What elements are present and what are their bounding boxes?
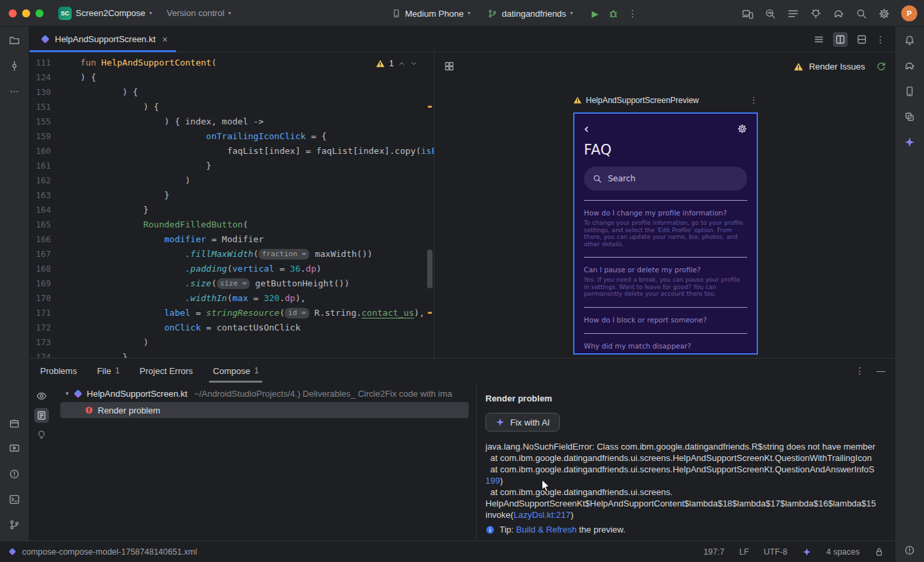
- faq-search-bar[interactable]: Search: [584, 167, 747, 191]
- preview-layout-icon[interactable]: [444, 61, 455, 72]
- macos-minimize-button[interactable]: [22, 9, 30, 17]
- panel-options-icon[interactable]: ⋮: [855, 365, 864, 376]
- code-view-icon[interactable]: [812, 32, 826, 47]
- user-avatar[interactable]: P: [901, 5, 917, 21]
- layout-inspector-icon[interactable]: [901, 107, 919, 126]
- inspections-widget[interactable]: 1: [376, 59, 418, 68]
- code-line[interactable]: 159 onTrailingIconClick = {: [29, 129, 434, 144]
- quick-fix-bulb-icon[interactable]: [34, 428, 49, 442]
- problems-tool-icon[interactable]: [5, 464, 24, 483]
- stack-link[interactable]: LazyDsl.kt:217: [514, 510, 570, 520]
- code-line[interactable]: 174 }: [29, 350, 434, 358]
- render-issues-widget[interactable]: Render Issues: [793, 61, 887, 72]
- code-line[interactable]: 165 RoundedFilledButton(: [29, 217, 434, 232]
- faq-question[interactable]: How do I block or report someone?: [584, 316, 747, 324]
- device-selector[interactable]: Medium Phone ▾: [392, 9, 470, 19]
- code-line[interactable]: 166 modifier = Modifier: [29, 232, 434, 247]
- more-tools-icon[interactable]: ⋯: [5, 82, 24, 100]
- device-manager-icon[interactable]: [901, 82, 919, 100]
- problems-tab-compose[interactable]: Compose1: [213, 359, 258, 383]
- preview-options-icon[interactable]: ⋮: [749, 95, 758, 105]
- gradle-tool-icon[interactable]: [901, 56, 919, 75]
- build-refresh-link[interactable]: Build & Refresh: [516, 525, 576, 535]
- prev-issue-icon[interactable]: [398, 60, 406, 68]
- app-quality-insights-icon[interactable]: [810, 8, 822, 19]
- device-mirror-icon[interactable]: [742, 8, 753, 19]
- code-line[interactable]: 172 onClick = contactUsOnClick: [29, 320, 434, 335]
- design-view-icon[interactable]: [854, 32, 869, 47]
- code-line[interactable]: 173 ): [29, 335, 434, 350]
- tree-file-row[interactable]: ▾ HelpAndSupportScreen.kt ~/AndroidStudi…: [54, 385, 475, 401]
- editor-tab[interactable]: HelpAndSupportScreen.kt ×: [29, 27, 176, 52]
- preview-card-header[interactable]: HelpAndSupportScreenPreview ⋮: [573, 95, 758, 105]
- debug-button[interactable]: [608, 8, 619, 19]
- version-control-tool-icon[interactable]: [5, 515, 24, 534]
- code-line[interactable]: 124) {: [29, 70, 434, 85]
- code-line[interactable]: 168 .padding(vertical = 36.dp): [29, 262, 434, 276]
- caret-position[interactable]: 197:7: [704, 547, 724, 557]
- warning-stripe-mark[interactable]: [428, 106, 432, 108]
- close-tab-icon[interactable]: ×: [162, 34, 167, 45]
- code-line[interactable]: 167 .fillMaxWidth(fraction = maxWidth()): [29, 247, 434, 262]
- run-button[interactable]: ▶: [592, 9, 599, 19]
- line-separator[interactable]: LF: [739, 547, 749, 557]
- code-editor[interactable]: 111fun HelpAndSupportContent(124) {130 )…: [29, 52, 434, 358]
- code-line[interactable]: 171 label = stringResource(id = R.string…: [29, 306, 434, 320]
- stack-link[interactable]: 199: [485, 476, 500, 486]
- code-line[interactable]: 163 }: [29, 188, 434, 203]
- problems-tab-file[interactable]: File1: [97, 359, 120, 383]
- code-line[interactable]: 155 ) { index, model ->: [29, 114, 434, 129]
- code-line[interactable]: 160 faqList[index] = faqList[index].copy…: [29, 144, 434, 159]
- vcs-widget[interactable]: Version control ▾: [167, 8, 231, 18]
- macos-fullscreen-button[interactable]: [35, 9, 44, 17]
- problems-tab-problems[interactable]: Problems: [40, 359, 77, 383]
- code-line[interactable]: 164 }: [29, 203, 434, 217]
- file-encoding[interactable]: UTF-8: [764, 547, 787, 557]
- editor-options-icon[interactable]: ⋮: [876, 34, 885, 45]
- hide-panel-icon[interactable]: —: [876, 366, 885, 376]
- structure-icon[interactable]: [787, 8, 799, 19]
- tree-expand-icon[interactable]: ▾: [66, 390, 69, 397]
- split-view-icon[interactable]: [833, 32, 848, 47]
- macos-close-button[interactable]: [9, 9, 17, 17]
- profiler-icon[interactable]: [765, 8, 776, 19]
- faq-question[interactable]: How do I change my profile information?: [584, 209, 747, 217]
- build-tool-icon[interactable]: [5, 413, 24, 432]
- project-tool-icon[interactable]: [5, 31, 24, 50]
- event-log-icon[interactable]: [901, 541, 919, 559]
- problems-tab-project-errors[interactable]: Project Errors: [140, 359, 193, 383]
- fix-with-ai-button[interactable]: Fix with AI: [485, 413, 560, 432]
- terminal-tool-icon[interactable]: [5, 490, 24, 508]
- code-line[interactable]: 162 ): [29, 173, 434, 188]
- gemini-sparkle-icon[interactable]: [901, 132, 919, 151]
- next-issue-icon[interactable]: [410, 60, 418, 68]
- back-arrow-icon[interactable]: ‹: [584, 122, 589, 135]
- tree-problem-row[interactable]: Render problem: [60, 402, 469, 418]
- search-icon[interactable]: [856, 8, 867, 19]
- faq-question[interactable]: Can I pause or delete my profile?: [584, 266, 747, 274]
- editor-scrollbar[interactable]: [427, 52, 433, 358]
- branch-selector[interactable]: datingandfriends ▾: [487, 9, 572, 19]
- code-line[interactable]: 170 .widthIn(max = 320.dp),: [29, 291, 434, 306]
- commit-tool-icon[interactable]: [5, 56, 24, 75]
- code-line[interactable]: 161 }: [29, 159, 434, 173]
- gradle-icon[interactable]: [833, 8, 844, 19]
- refresh-preview-icon[interactable]: [876, 61, 887, 72]
- more-actions-icon[interactable]: ⋮: [628, 8, 637, 19]
- show-details-icon[interactable]: [34, 408, 49, 423]
- scrollbar-thumb[interactable]: [427, 250, 433, 288]
- code-line[interactable]: 130 ) {: [29, 85, 434, 100]
- project-widget[interactable]: SC Screen2Compose ▾: [58, 7, 152, 20]
- code-line[interactable]: 151 ) {: [29, 100, 434, 114]
- running-devices-icon[interactable]: [5, 439, 24, 458]
- notifications-bell-icon[interactable]: [901, 31, 919, 50]
- code-line[interactable]: 169 .size(size = getButtonHeight()): [29, 276, 434, 291]
- settings-gear-icon[interactable]: [737, 124, 747, 134]
- ai-status-icon[interactable]: [802, 547, 812, 557]
- statusbar-file-widget[interactable]: compose-compose-model-1758748140651.xml: [8, 547, 197, 557]
- indent-style[interactable]: 4 spaces: [826, 547, 860, 557]
- preview-problem-icon[interactable]: [34, 389, 49, 403]
- lock-icon[interactable]: [874, 547, 884, 557]
- faq-question[interactable]: Why did my match disappear?: [584, 342, 747, 350]
- warning-stripe-mark[interactable]: [428, 312, 432, 314]
